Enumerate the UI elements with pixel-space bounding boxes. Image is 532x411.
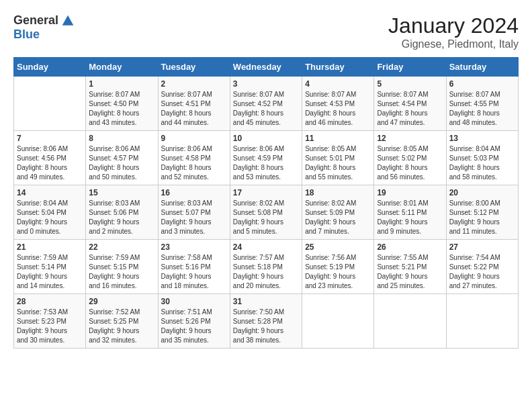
- day-number: 14: [17, 188, 83, 197]
- day-number: 9: [161, 134, 227, 143]
- day-info: Sunrise: 8:04 AMSunset: 5:04 PMDaylight:…: [17, 199, 83, 236]
- day-number: 28: [17, 297, 83, 306]
- day-number: 11: [305, 134, 371, 143]
- day-number: 2: [161, 79, 227, 89]
- day-number: 12: [377, 134, 443, 143]
- logo: General Blue: [13, 13, 75, 42]
- calendar-cell: 9Sunrise: 8:06 AMSunset: 4:58 PMDaylight…: [158, 131, 230, 185]
- calendar-cell: 18Sunrise: 8:02 AMSunset: 5:09 PMDayligh…: [302, 185, 374, 240]
- calendar-cell: 22Sunrise: 7:59 AMSunset: 5:15 PMDayligh…: [86, 240, 158, 294]
- day-info: Sunrise: 7:58 AMSunset: 5:16 PMDaylight:…: [161, 253, 227, 291]
- calendar-cell: 6Sunrise: 8:07 AMSunset: 4:55 PMDaylight…: [446, 77, 518, 131]
- day-info: Sunrise: 8:06 AMSunset: 4:57 PMDaylight:…: [89, 144, 154, 182]
- day-info: Sunrise: 7:57 AMSunset: 5:18 PMDaylight:…: [233, 253, 299, 291]
- calendar-cell: 7Sunrise: 8:06 AMSunset: 4:56 PMDaylight…: [14, 131, 86, 185]
- day-number: 5: [377, 79, 443, 89]
- calendar-cell: 16Sunrise: 8:03 AMSunset: 5:07 PMDayligh…: [158, 185, 230, 240]
- day-number: 21: [17, 242, 83, 252]
- day-info: Sunrise: 8:06 AMSunset: 4:56 PMDaylight:…: [17, 144, 83, 182]
- calendar-cell: 1Sunrise: 8:07 AMSunset: 4:50 PMDaylight…: [86, 77, 158, 131]
- week-row-5: 28Sunrise: 7:53 AMSunset: 5:23 PMDayligh…: [14, 294, 519, 349]
- day-header-wednesday: Wednesday: [230, 58, 302, 77]
- calendar-cell: [302, 294, 374, 349]
- day-info: Sunrise: 8:07 AMSunset: 4:51 PMDaylight:…: [161, 90, 227, 128]
- day-number: 16: [161, 188, 227, 197]
- day-number: 31: [233, 297, 299, 306]
- day-info: Sunrise: 8:07 AMSunset: 4:55 PMDaylight:…: [449, 90, 515, 128]
- calendar-cell: 19Sunrise: 8:01 AMSunset: 5:11 PMDayligh…: [374, 185, 446, 240]
- day-info: Sunrise: 8:02 AMSunset: 5:08 PMDaylight:…: [233, 199, 299, 236]
- calendar-cell: 31Sunrise: 7:50 AMSunset: 5:28 PMDayligh…: [230, 294, 302, 349]
- page-header: General Blue January 2024 Gignese, Piedm…: [13, 13, 519, 50]
- day-number: 29: [89, 297, 154, 306]
- calendar-cell: 17Sunrise: 8:02 AMSunset: 5:08 PMDayligh…: [230, 185, 302, 240]
- day-header-thursday: Thursday: [302, 58, 374, 77]
- day-number: 6: [449, 79, 515, 89]
- calendar-cell: 3Sunrise: 8:07 AMSunset: 4:52 PMDaylight…: [230, 77, 302, 131]
- calendar-cell: 29Sunrise: 7:52 AMSunset: 5:25 PMDayligh…: [86, 294, 158, 349]
- week-row-3: 14Sunrise: 8:04 AMSunset: 5:04 PMDayligh…: [14, 185, 519, 240]
- day-info: Sunrise: 7:51 AMSunset: 5:26 PMDaylight:…: [161, 308, 227, 345]
- location-subtitle: Gignese, Piedmont, Italy: [388, 38, 519, 50]
- day-info: Sunrise: 8:02 AMSunset: 5:09 PMDaylight:…: [305, 199, 371, 236]
- svg-marker-0: [62, 15, 74, 25]
- day-info: Sunrise: 8:06 AMSunset: 4:59 PMDaylight:…: [233, 144, 299, 182]
- calendar-cell: 12Sunrise: 8:05 AMSunset: 5:02 PMDayligh…: [374, 131, 446, 185]
- week-row-2: 7Sunrise: 8:06 AMSunset: 4:56 PMDaylight…: [14, 131, 519, 185]
- calendar-cell: 4Sunrise: 8:07 AMSunset: 4:53 PMDaylight…: [302, 77, 374, 131]
- calendar-cell: 20Sunrise: 8:00 AMSunset: 5:12 PMDayligh…: [446, 185, 518, 240]
- day-number: 3: [233, 79, 299, 89]
- day-info: Sunrise: 7:54 AMSunset: 5:22 PMDaylight:…: [449, 253, 515, 291]
- day-info: Sunrise: 7:55 AMSunset: 5:21 PMDaylight:…: [377, 253, 443, 291]
- day-number: 10: [233, 134, 299, 143]
- calendar-cell: 25Sunrise: 7:56 AMSunset: 5:19 PMDayligh…: [302, 240, 374, 294]
- day-number: 24: [233, 242, 299, 252]
- calendar-cell: [446, 294, 518, 349]
- calendar-cell: 28Sunrise: 7:53 AMSunset: 5:23 PMDayligh…: [14, 294, 86, 349]
- day-number: 20: [449, 188, 515, 197]
- day-info: Sunrise: 8:01 AMSunset: 5:11 PMDaylight:…: [377, 199, 443, 236]
- calendar-cell: 30Sunrise: 7:51 AMSunset: 5:26 PMDayligh…: [158, 294, 230, 349]
- day-info: Sunrise: 8:03 AMSunset: 5:06 PMDaylight:…: [89, 199, 154, 236]
- day-number: 8: [89, 134, 154, 143]
- calendar-cell: 26Sunrise: 7:55 AMSunset: 5:21 PMDayligh…: [374, 240, 446, 294]
- calendar-cell: 11Sunrise: 8:05 AMSunset: 5:01 PMDayligh…: [302, 131, 374, 185]
- day-number: 26: [377, 242, 443, 252]
- day-info: Sunrise: 8:06 AMSunset: 4:58 PMDaylight:…: [161, 144, 227, 182]
- calendar-cell: 21Sunrise: 7:59 AMSunset: 5:14 PMDayligh…: [14, 240, 86, 294]
- day-header-friday: Friday: [374, 58, 446, 77]
- calendar-cell: 14Sunrise: 8:04 AMSunset: 5:04 PMDayligh…: [14, 185, 86, 240]
- logo-general-text: General: [13, 13, 58, 28]
- day-info: Sunrise: 7:59 AMSunset: 5:14 PMDaylight:…: [17, 253, 83, 291]
- day-number: 17: [233, 188, 299, 197]
- day-number: 25: [305, 242, 371, 252]
- day-info: Sunrise: 8:07 AMSunset: 4:50 PMDaylight:…: [89, 90, 154, 128]
- day-info: Sunrise: 8:05 AMSunset: 5:02 PMDaylight:…: [377, 144, 443, 182]
- day-info: Sunrise: 8:04 AMSunset: 5:03 PMDaylight:…: [449, 144, 515, 182]
- calendar-cell: 27Sunrise: 7:54 AMSunset: 5:22 PMDayligh…: [446, 240, 518, 294]
- title-block: January 2024 Gignese, Piedmont, Italy: [388, 13, 519, 50]
- day-info: Sunrise: 8:03 AMSunset: 5:07 PMDaylight:…: [161, 199, 227, 236]
- calendar-cell: 24Sunrise: 7:57 AMSunset: 5:18 PMDayligh…: [230, 240, 302, 294]
- day-number: 1: [89, 79, 154, 89]
- day-info: Sunrise: 7:53 AMSunset: 5:23 PMDaylight:…: [17, 308, 83, 345]
- calendar-cell: [374, 294, 446, 349]
- day-number: 19: [377, 188, 443, 197]
- day-number: 7: [17, 134, 83, 143]
- day-info: Sunrise: 8:07 AMSunset: 4:54 PMDaylight:…: [377, 90, 443, 128]
- week-row-4: 21Sunrise: 7:59 AMSunset: 5:14 PMDayligh…: [14, 240, 519, 294]
- day-number: 27: [449, 242, 515, 252]
- calendar-cell: 23Sunrise: 7:58 AMSunset: 5:16 PMDayligh…: [158, 240, 230, 294]
- day-number: 22: [89, 242, 154, 252]
- day-info: Sunrise: 7:52 AMSunset: 5:25 PMDaylight:…: [89, 308, 154, 345]
- calendar-cell: 13Sunrise: 8:04 AMSunset: 5:03 PMDayligh…: [446, 131, 518, 185]
- day-number: 23: [161, 242, 227, 252]
- day-header-tuesday: Tuesday: [158, 58, 230, 77]
- day-header-saturday: Saturday: [446, 58, 518, 77]
- day-number: 13: [449, 134, 515, 143]
- day-header-monday: Monday: [86, 58, 158, 77]
- day-info: Sunrise: 8:07 AMSunset: 4:52 PMDaylight:…: [233, 90, 299, 128]
- day-number: 30: [161, 297, 227, 306]
- day-info: Sunrise: 7:59 AMSunset: 5:15 PMDaylight:…: [89, 253, 154, 291]
- week-row-1: 1Sunrise: 8:07 AMSunset: 4:50 PMDaylight…: [14, 77, 519, 131]
